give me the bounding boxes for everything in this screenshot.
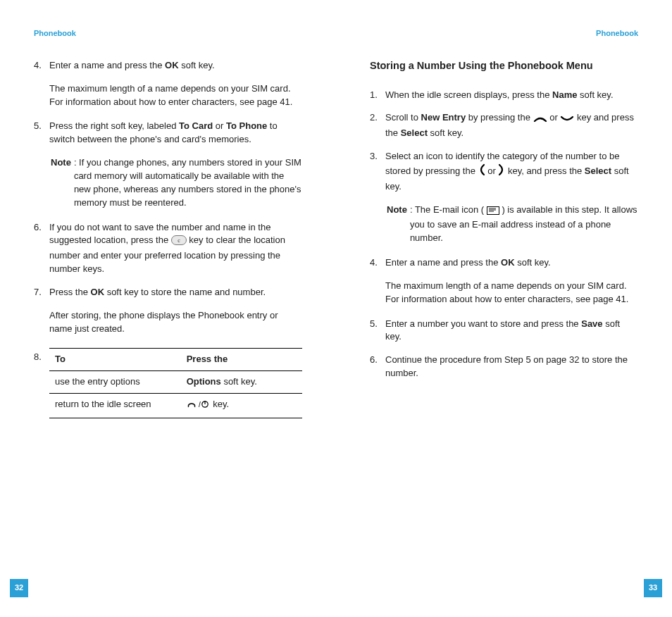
nav-up-arc-icon (533, 113, 547, 127)
text: soft key. (179, 60, 215, 70)
nav-right-arc-icon (498, 163, 505, 180)
step-body: Continue the procedure from Step 5 on pa… (385, 354, 638, 380)
col-to: To (49, 349, 181, 371)
text: soft key. (221, 376, 257, 387)
text: Continue the procedure from Step 5 on pa… (385, 354, 628, 378)
step-number: 1. (370, 89, 385, 102)
step-body: Press the right soft key, labeled To Car… (49, 120, 302, 147)
bold: Note (51, 157, 71, 168)
step-number: 3. (370, 150, 385, 194)
options-table: To Press the use the entry options Optio… (49, 348, 302, 418)
nav-left-arc-icon (478, 163, 485, 180)
step-number: 7. (34, 286, 49, 299)
text: : The E-mail icon ( (410, 204, 484, 215)
text: by pressing the (466, 112, 533, 123)
step-number: 5. (34, 120, 49, 147)
step-body: Select an icon to identify the category … (385, 150, 638, 194)
nav-down-arc-icon (560, 113, 574, 127)
bold: Select (401, 127, 428, 138)
section-title: Storing a Number Using the Phonebook Men… (370, 59, 638, 73)
text: soft key. (428, 127, 463, 138)
bold: Select (585, 166, 611, 176)
bold: New Entry (421, 112, 466, 123)
step-4: 4. Enter a name and press the OK soft ke… (34, 59, 302, 73)
step-number: 2. (370, 111, 385, 140)
clear-key-icon: c (171, 235, 187, 249)
step-number: 6. (370, 354, 385, 380)
email-icon (487, 206, 499, 219)
cell-to: return to the idle screen (49, 394, 181, 418)
step-5: 5. Press the right soft key, labeled To … (34, 120, 302, 147)
r-step-6: 6. Continue the procedure from Step 5 on… (370, 354, 638, 380)
bold: To Phone (226, 120, 267, 131)
r-step-2: 2. Scroll to New Entry by pressing the o… (370, 111, 638, 140)
step-body: Enter a name and press the OK soft key. (49, 59, 302, 73)
step-body: Press the OK soft key to store the name … (49, 286, 302, 299)
end-power-key-icon: / (187, 399, 211, 413)
r-step-3-note: Note : The E-mail icon ( ) is available … (387, 204, 638, 246)
page-number-left: 32 (10, 579, 28, 597)
text: soft key to store the name and number. (104, 287, 266, 297)
step-body: Enter a name and press the OK soft key. (385, 256, 638, 270)
r-step-5: 5. Enter a number you want to store and … (370, 318, 638, 344)
note-text: : If you change phones, any numbers stor… (74, 156, 302, 209)
text: or (487, 166, 498, 176)
cell-press: Options soft key. (181, 371, 302, 394)
bold: Name (552, 89, 577, 100)
text: key. (213, 399, 229, 409)
header-left: Phonebook (34, 28, 302, 39)
col-press: Press the (181, 349, 302, 371)
text: soft key. (515, 257, 551, 268)
step-7: 7. Press the OK soft key to store the na… (34, 286, 302, 299)
text: Enter a name and press the (385, 257, 501, 268)
bold: OK (165, 60, 179, 70)
note-label: Note (387, 204, 410, 246)
bold: Note (387, 204, 407, 215)
table-row: return to the idle screen / key. (49, 394, 302, 418)
text: Scroll to (385, 112, 421, 123)
r-step-3: 3. Select an icon to identify the catego… (370, 150, 638, 194)
step-number: 8. (34, 347, 49, 418)
svg-text:c: c (178, 237, 180, 244)
r-step-1: 1. When the idle screen displays, press … (370, 89, 638, 102)
bold: To Card (179, 120, 213, 131)
step-7-sub: After storing, the phone displays the Ph… (49, 309, 302, 336)
step-body: Enter a number you want to store and pre… (385, 318, 638, 344)
text: Enter a number you want to store and pre… (385, 318, 581, 329)
table-row: use the entry options Options soft key. (49, 371, 302, 394)
note-label: Note (51, 156, 74, 209)
step-5-note: Note : If you change phones, any numbers… (51, 156, 302, 209)
step-body: If you do not want to save the number an… (49, 221, 302, 276)
bold: Save (581, 318, 602, 329)
svg-text:/: / (199, 401, 201, 409)
bold: OK (501, 257, 515, 268)
r-step-4: 4. Enter a name and press the OK soft ke… (370, 256, 638, 270)
step-number: 4. (34, 59, 49, 73)
text: When the idle screen displays, press the (385, 89, 552, 100)
header-right: Phonebook (370, 28, 638, 39)
text: Enter a name and press the (49, 60, 165, 70)
step-body: When the idle screen displays, press the… (385, 89, 638, 102)
page-left: Phonebook 4. Enter a name and press the … (0, 0, 336, 617)
note-text: : The E-mail icon ( ) is available in th… (410, 204, 638, 246)
cell-to: use the entry options (49, 371, 181, 394)
text: Press the (49, 287, 91, 297)
step-body: Scroll to New Entry by pressing the or k… (385, 111, 638, 140)
step-number: 5. (370, 318, 385, 344)
step-6: 6. If you do not want to save the number… (34, 221, 302, 276)
bold: Options (187, 376, 221, 387)
bold: OK (91, 287, 105, 297)
text: or (549, 112, 560, 123)
r-step-4-sub: The maximum length of a name depends on … (385, 280, 638, 306)
text: Press the right soft key, labeled (49, 120, 179, 131)
step-8: 8. To Press the use the entry options Op… (34, 347, 302, 418)
step-number: 6. (34, 221, 49, 276)
text: key, and press the (508, 166, 585, 176)
table-header-row: To Press the (49, 349, 302, 371)
svg-rect-5 (487, 206, 499, 214)
step-number: 4. (370, 256, 385, 270)
text: or (213, 120, 226, 131)
text: soft key. (577, 89, 613, 100)
page-number-right: 33 (644, 579, 662, 597)
step-4-sub: The maximum length of a name depends on … (49, 82, 302, 109)
